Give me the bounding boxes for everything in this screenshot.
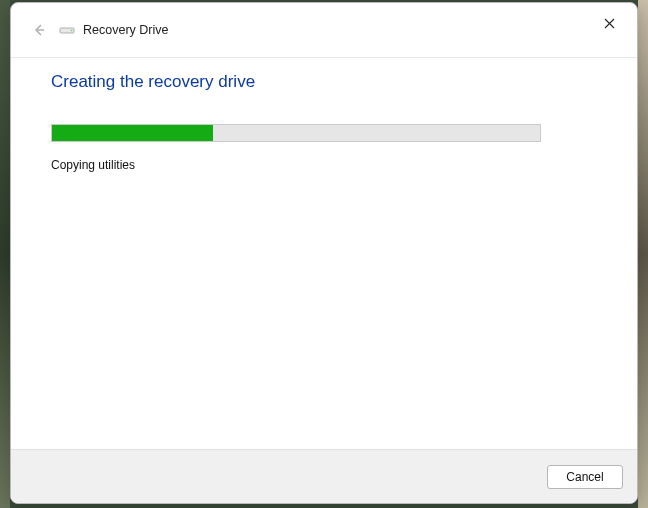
close-button[interactable] [589, 9, 629, 37]
titlebar: Recovery Drive [11, 3, 637, 57]
arrow-left-icon [31, 22, 47, 38]
footer: Cancel [11, 449, 637, 503]
desktop-bg-right [638, 0, 648, 508]
desktop-bg-left [0, 0, 10, 508]
window-title: Recovery Drive [83, 23, 168, 37]
progress-bar [51, 124, 541, 142]
recovery-drive-icon [59, 22, 75, 38]
close-icon [604, 18, 615, 29]
status-text: Copying utilities [51, 158, 597, 172]
page-heading: Creating the recovery drive [51, 72, 597, 92]
progress-fill [52, 125, 213, 141]
back-button [27, 18, 51, 42]
cancel-button[interactable]: Cancel [547, 465, 623, 489]
svg-point-1 [71, 30, 73, 32]
content-area: Creating the recovery drive Copying util… [11, 58, 637, 449]
wizard-dialog: Recovery Drive Creating the recovery dri… [10, 2, 638, 504]
